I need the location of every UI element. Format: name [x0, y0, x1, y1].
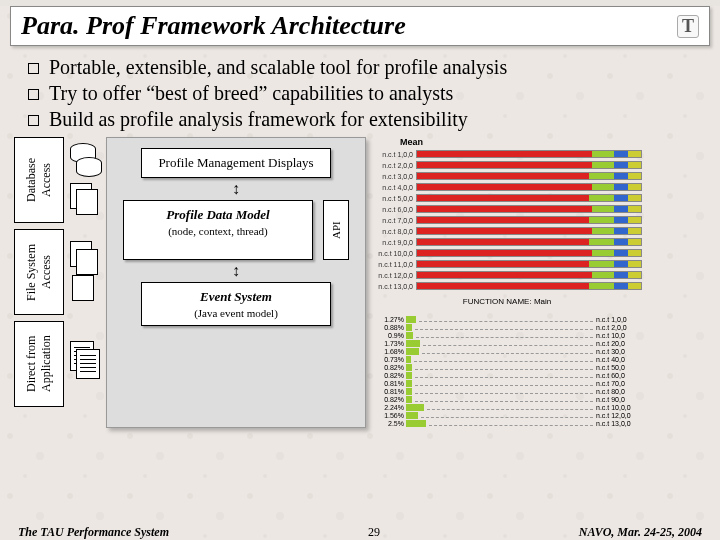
bar-track — [416, 249, 642, 257]
mini-row: 1.27%n.c.t 1,0,0 — [372, 316, 642, 323]
filesystem-icon — [68, 229, 102, 315]
mini-dash — [416, 334, 593, 338]
framework-box: Profile Management Displays ↕ Profile Da… — [106, 137, 366, 428]
mini-end: n.c.t 40,0 — [596, 356, 642, 363]
bar-track — [416, 161, 642, 169]
mini-end: n.c.t 2,0,0 — [596, 324, 642, 331]
bullet-item: Portable, extensible, and scalable tool … — [28, 56, 692, 79]
bar-row: n.c.t 6,0,0 — [372, 204, 642, 214]
mini-dash — [415, 374, 593, 378]
mini-row: 2.5%n.c.t 13,0,0 — [372, 420, 642, 427]
bar-track — [416, 194, 642, 202]
bar-row: n.c.t 5,0,0 — [372, 193, 642, 203]
mini-row: 1.56%n.c.t 12,0,0 — [372, 412, 642, 419]
left-column: Database Access File System Access Direc… — [14, 137, 64, 428]
bar-row: n.c.t 11,0,0 — [372, 259, 642, 269]
mini-pct: 0.9% — [372, 332, 406, 339]
chart-title: Mean — [400, 137, 642, 147]
mini-end: n.c.t 30,0 — [596, 348, 642, 355]
mini-pct: 0.81% — [372, 380, 406, 387]
mini-row: 0.88%n.c.t 2,0,0 — [372, 324, 642, 331]
mini-end: n.c.t 10,0 — [596, 332, 642, 339]
bar-row: n.c.t 10,0,0 — [372, 248, 642, 258]
bar-track — [416, 183, 642, 191]
content-area: Database Access File System Access Direc… — [0, 137, 720, 428]
mini-dash — [422, 350, 593, 354]
bar-label: n.c.t 7,0,0 — [372, 217, 416, 224]
mini-bar — [406, 324, 412, 331]
mini-row: 0.81%n.c.t 70,0 — [372, 380, 642, 387]
mini-row: 0.73%n.c.t 40,0 — [372, 356, 642, 363]
data-model-row: Profile Data Model (node, context, threa… — [125, 200, 347, 260]
mini-pct: 2.5% — [372, 420, 406, 427]
mini-pct: 0.73% — [372, 356, 406, 363]
mini-end: n.c.t 1,0,0 — [596, 316, 642, 323]
box-label: Profile Data Model — [134, 207, 302, 223]
bar-track — [416, 216, 642, 224]
bar-row: n.c.t 4,0,0 — [372, 182, 642, 192]
bar-track — [416, 150, 642, 158]
bar-row: n.c.t 7,0,0 — [372, 215, 642, 225]
mini-chart: 1.27%n.c.t 1,0,00.88%n.c.t 2,0,00.9%n.c.… — [372, 316, 642, 427]
title-bar: Para. Prof Framework Architecture T — [10, 6, 710, 46]
application-icon — [68, 321, 102, 407]
mini-end: n.c.t 13,0,0 — [596, 420, 642, 427]
mini-dash — [421, 414, 593, 418]
bar-label: n.c.t 11,0,0 — [372, 261, 416, 268]
mini-pct: 0.81% — [372, 388, 406, 395]
mini-end: n.c.t 60,0 — [596, 372, 642, 379]
mini-row: 0.82%n.c.t 50,0 — [372, 364, 642, 371]
bar-track — [416, 172, 642, 180]
mini-bar — [406, 348, 419, 355]
bullet-icon — [28, 89, 39, 100]
bullet-text: Try to offer “best of breed” capabilitie… — [49, 82, 453, 105]
mini-dash — [415, 390, 593, 394]
data-model-box: Profile Data Model (node, context, threa… — [123, 200, 313, 260]
mini-end: n.c.t 12,0,0 — [596, 412, 642, 419]
mini-bar — [406, 316, 416, 323]
bar-label: n.c.t 1,0,0 — [372, 151, 416, 158]
mini-bar — [406, 380, 412, 387]
bar-track — [416, 238, 642, 246]
bullet-list: Portable, extensible, and scalable tool … — [28, 56, 692, 131]
mini-dash — [429, 422, 593, 426]
bullet-text: Build as profile analysis framework for … — [49, 108, 468, 131]
mini-dash — [414, 358, 593, 362]
footer-left: The TAU Performance System — [18, 525, 169, 540]
page-number: 29 — [368, 525, 380, 540]
page-title: Para. Prof Framework Architecture — [21, 11, 406, 41]
bar-rows: n.c.t 1,0,0n.c.t 2,0,0n.c.t 3,0,0n.c.t 4… — [372, 149, 642, 291]
mini-row: 1.73%n.c.t 20,0 — [372, 340, 642, 347]
bar-row: n.c.t 12,0,0 — [372, 270, 642, 280]
bar-row: n.c.t 13,0,0 — [372, 281, 642, 291]
mini-dash — [415, 382, 593, 386]
mini-row: 0.82%n.c.t 90,0 — [372, 396, 642, 403]
architecture-diagram: Database Access File System Access Direc… — [14, 137, 366, 428]
arrow-icon: ↕ — [232, 266, 240, 276]
mini-dash — [415, 398, 593, 402]
box-label: Event System — [152, 289, 320, 305]
mini-bar — [406, 420, 426, 427]
bar-track — [416, 260, 642, 268]
mini-end: n.c.t 20,0 — [596, 340, 642, 347]
function-name: FUNCTION NAME: Main — [372, 297, 642, 306]
bar-label: n.c.t 10,0,0 — [372, 250, 416, 257]
bullet-item: Build as profile analysis framework for … — [28, 108, 692, 131]
mini-dash — [427, 406, 593, 410]
mini-bar — [406, 388, 412, 395]
mini-bar — [406, 340, 420, 347]
bar-track — [416, 227, 642, 235]
mini-bar — [406, 372, 412, 379]
mini-pct: 0.82% — [372, 364, 406, 371]
arrow-icon: ↕ — [232, 184, 240, 194]
mini-pct: 0.82% — [372, 372, 406, 379]
mini-row: 1.68%n.c.t 30,0 — [372, 348, 642, 355]
database-access-box: Database Access — [14, 137, 64, 223]
mini-row: 0.81%n.c.t 80,0 — [372, 388, 642, 395]
bar-track — [416, 282, 642, 290]
bar-label: n.c.t 3,0,0 — [372, 173, 416, 180]
mini-end: n.c.t 80,0 — [596, 388, 642, 395]
mini-pct: 1.27% — [372, 316, 406, 323]
mini-row: 2.24%n.c.t 10,0,0 — [372, 404, 642, 411]
bar-row: n.c.t 1,0,0 — [372, 149, 642, 159]
